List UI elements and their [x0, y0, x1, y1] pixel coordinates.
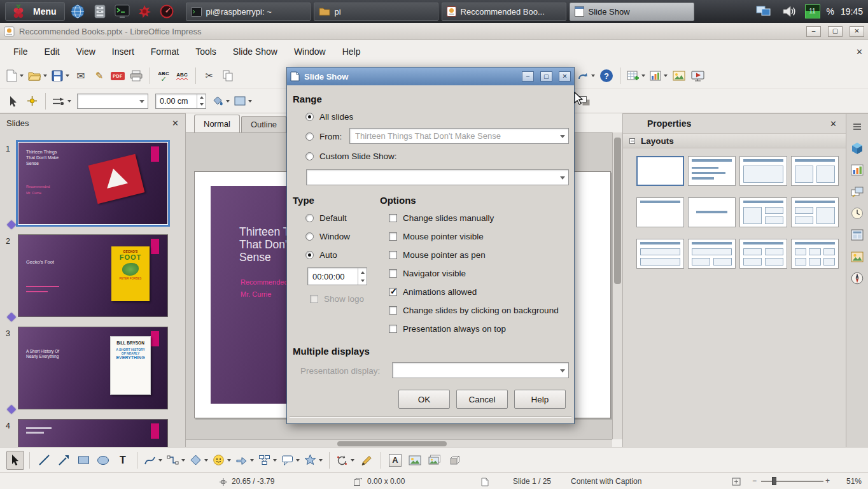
checkbox-icon[interactable] [389, 269, 397, 278]
transition-star-icon[interactable] [7, 405, 16, 414]
line-width-spinner[interactable] [197, 94, 206, 108]
window-close-button[interactable] [850, 26, 864, 37]
glue-points-icon[interactable] [24, 91, 40, 111]
cabinet-icon[interactable] [90, 2, 109, 21]
layout-six-content[interactable] [791, 239, 839, 269]
properties-close-icon[interactable] [830, 119, 837, 129]
layout-content-2content[interactable] [739, 197, 787, 227]
wolfram-icon[interactable] [135, 2, 154, 21]
transition-star-icon[interactable] [7, 220, 16, 229]
redo-icon[interactable] [576, 66, 596, 86]
radio-all-slides[interactable]: All slides [305, 111, 353, 122]
navigator-compass-icon[interactable] [850, 271, 865, 286]
help-icon[interactable] [598, 66, 615, 86]
text-box-icon[interactable] [114, 451, 132, 470]
checkbox-animations-allowed[interactable]: Animations allowed [389, 287, 477, 297]
fit-slide-icon[interactable] [732, 478, 741, 486]
edit-points-icon[interactable] [5, 91, 22, 111]
layout-centered-text[interactable] [688, 197, 736, 227]
new-document-icon[interactable] [5, 66, 25, 86]
radio-icon[interactable] [305, 251, 314, 259]
menu-help[interactable]: Help [334, 40, 369, 63]
rotate-icon[interactable] [335, 451, 356, 470]
curve-icon[interactable] [143, 451, 164, 470]
properties-cube-icon[interactable] [850, 141, 865, 156]
layouts-section-header[interactable]: Layouts [623, 133, 846, 148]
window-maximize-button[interactable] [828, 26, 843, 37]
ellipse-icon[interactable] [94, 451, 112, 470]
slide-thumbnail-3[interactable]: A Short History Of Nearly Everything BIL… [18, 327, 168, 409]
transition-star-icon[interactable] [7, 313, 16, 322]
zoom-out-icon[interactable] [752, 476, 757, 485]
layout-four-content[interactable] [739, 239, 787, 269]
layout-title-two-content[interactable] [791, 156, 839, 186]
save-icon[interactable] [50, 66, 71, 86]
radio-from[interactable]: From: [305, 131, 342, 141]
cut-icon[interactable] [201, 66, 218, 86]
checkbox-show-logo[interactable]: Show logo [310, 294, 364, 304]
radio-type-window[interactable]: Window [305, 231, 350, 241]
document-modified-icon[interactable] [481, 478, 489, 486]
insert-table-icon[interactable] [626, 66, 647, 86]
radio-type-default[interactable]: Default [305, 213, 347, 223]
globe-icon[interactable] [68, 2, 87, 21]
slide-thumbnail-2[interactable]: Gecko's Foot GECKO'S FOOT PETER FORBES [18, 234, 168, 317]
insert-image-icon[interactable] [406, 451, 424, 470]
flowchart-icon[interactable] [257, 451, 278, 470]
stars-icon[interactable] [303, 451, 324, 470]
export-pdf-icon[interactable] [109, 66, 126, 86]
dialog-minimize-button[interactable] [522, 71, 534, 82]
checkbox-mouse-pointer-as-pen[interactable]: Mouse pointer as pen [389, 250, 486, 260]
basic-shapes-icon[interactable] [188, 451, 209, 470]
menu-slideshow[interactable]: Slide Show [225, 40, 286, 63]
radio-custom-slideshow[interactable]: Custom Slide Show: [305, 151, 397, 161]
tab-normal[interactable]: Normal [194, 115, 240, 132]
connector-icon[interactable] [165, 451, 186, 470]
checkbox-navigator-visible[interactable]: Navigator visible [389, 268, 466, 278]
menu-insert[interactable]: Insert [104, 40, 143, 63]
symbol-shapes-icon[interactable] [211, 451, 232, 470]
radio-icon[interactable] [305, 152, 314, 160]
checkbox-icon[interactable] [310, 295, 318, 303]
line-width-input[interactable]: 0.00 cm [155, 94, 206, 109]
checkbox-mouse-pointer-visible[interactable]: Mouse pointer visible [389, 231, 484, 241]
zoom-level[interactable]: 51% [846, 477, 862, 486]
dialog-close-button[interactable] [559, 71, 571, 82]
menu-button[interactable]: Menu [5, 2, 65, 21]
line-style-select[interactable] [77, 94, 148, 109]
checkbox-icon[interactable] [389, 288, 397, 296]
insert-chart-icon[interactable] [648, 66, 669, 86]
layout-blank[interactable] [636, 156, 684, 186]
chart-bars-icon[interactable] [850, 162, 865, 178]
menu-edit[interactable]: Edit [36, 40, 68, 63]
menu-window[interactable]: Window [286, 40, 334, 63]
line-color-icon[interactable] [211, 91, 231, 111]
checkbox-icon[interactable] [389, 214, 397, 222]
rectangle-icon[interactable] [74, 451, 92, 470]
horizontal-scrollbar[interactable] [186, 439, 612, 447]
layout-title-content[interactable] [739, 156, 787, 186]
radio-icon[interactable] [305, 113, 314, 121]
fontwork-icon[interactable] [386, 451, 404, 470]
zoom-in-icon[interactable] [825, 476, 830, 485]
layout-title-only[interactable] [636, 197, 684, 227]
slide-info[interactable]: Slide 1 / 25 [513, 477, 551, 486]
area-style-icon[interactable] [233, 91, 253, 111]
dialog-maximize-button[interactable] [540, 71, 552, 82]
slide-thumbnail-4[interactable] [18, 419, 168, 447]
window-minimize-button[interactable] [806, 26, 821, 37]
layout-2content-content[interactable] [791, 197, 839, 227]
taskbar-window-slideshow-dialog[interactable]: Slide Show [570, 3, 694, 21]
points-pencil-icon[interactable] [358, 451, 375, 470]
spelling-icon[interactable]: ✓ [155, 66, 172, 86]
menu-format[interactable]: Format [143, 40, 187, 63]
gauge-icon[interactable] [157, 2, 176, 21]
copy-icon[interactable] [220, 66, 236, 86]
arrow-style-icon[interactable] [51, 91, 73, 111]
checkbox-icon[interactable] [389, 306, 397, 315]
menu-view[interactable]: View [68, 40, 104, 63]
zoom-slider[interactable] [761, 481, 823, 482]
tab-outline[interactable]: Outline [241, 116, 286, 132]
taskbar-window-filemanager[interactable]: pi [314, 3, 438, 21]
email-icon[interactable] [73, 66, 89, 86]
